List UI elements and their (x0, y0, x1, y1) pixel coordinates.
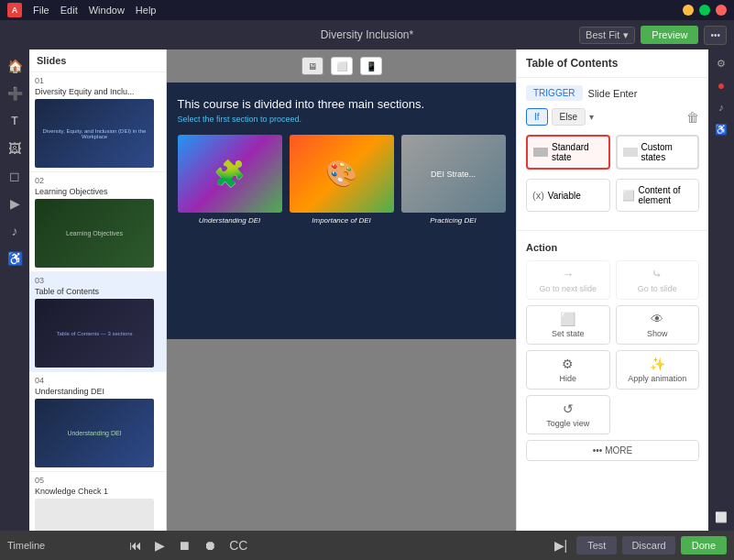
section-item-3[interactable]: DEI Strate... Practicing DEI (401, 135, 506, 225)
slide-thumb-content-5: Knowledge Check 1 (35, 499, 154, 531)
standard-state-icon (533, 148, 548, 157)
variable-card[interactable]: (x) Variable (526, 179, 610, 212)
view-controls: 🖥 ⬜ 📱 (294, 49, 389, 82)
content-element-label: Content of element (639, 185, 694, 205)
window-controls (683, 5, 727, 16)
far-right-resize-btn[interactable]: ⬜ (711, 507, 731, 527)
test-button[interactable]: Test (576, 536, 617, 555)
trigger-badge: TRIGGER (526, 85, 583, 101)
toggle-view-btn[interactable]: ↺ Toggle view (526, 395, 610, 434)
section-label-2: Importance of DEI (312, 216, 370, 225)
text-icon-btn[interactable]: T (2, 108, 27, 134)
section-item-1[interactable]: 🧩 Understanding DEI (178, 135, 282, 225)
slide-title-4: Understanding DEI (35, 387, 160, 396)
timeline-caption-btn[interactable]: CC (225, 536, 251, 555)
slide-title-2: Learning Objectives (35, 187, 160, 196)
tablet-view-btn[interactable]: ⬜ (331, 57, 353, 75)
standard-state-card[interactable]: Standard state (526, 135, 610, 170)
timeline-skip-back-btn[interactable]: ⏮ (126, 536, 146, 555)
menu-window[interactable]: Window (89, 5, 125, 16)
set-state-btn[interactable]: ⬜ Set state (526, 305, 610, 345)
custom-states-card[interactable]: Custom states (616, 135, 700, 170)
far-right-accessibility-btn[interactable]: ♿ (711, 119, 731, 139)
timeline-play-btn[interactable]: ▶ (151, 536, 169, 555)
go-to-slide-btn[interactable]: ⤷ Go to slide (616, 260, 700, 300)
slide-thumb-content-1: Diversity, Equity, and Inclusion (DEI) i… (35, 99, 154, 168)
show-label: Show (647, 329, 668, 338)
content-element-card[interactable]: ⬜ Content of element (616, 179, 700, 212)
slide-item-5[interactable]: 05 Knowledge Check 1 Knowledge Check 1 (29, 472, 166, 531)
filter-dropdown-arrow[interactable]: ▾ (589, 112, 594, 122)
mobile-view-btn[interactable]: 📱 (360, 57, 382, 75)
go-to-icon: ⤷ (652, 267, 663, 281)
slide-title-5: Knowledge Check 1 (35, 487, 160, 496)
hide-btn[interactable]: ⚙ Hide (526, 350, 610, 390)
slide-item-2[interactable]: 02 Learning Objectives Learning Objectiv… (29, 172, 166, 272)
done-button[interactable]: Done (681, 536, 727, 555)
close-button[interactable] (716, 5, 727, 16)
section-label-3: Practicing DEI (430, 216, 477, 225)
slides-panel: Slides 01 Diversity Equity and Inclu... … (29, 49, 167, 531)
panel-trigger-section: TRIGGER Slide Enter If Else ▾ 🗑 Standard… (517, 78, 708, 226)
apply-animation-btn[interactable]: ✨ Apply animation (616, 350, 700, 390)
slide-thumb-5: Knowledge Check 1 (35, 499, 154, 531)
slide-subtitle-text: Select the first section to proceed. (178, 115, 506, 124)
timeline-record-btn[interactable]: ⏺ (200, 536, 220, 555)
filter-if-btn[interactable]: If (526, 108, 548, 126)
fit-dropdown[interactable]: Best Fit ▾ (579, 27, 635, 44)
filter-else-btn[interactable]: Else (552, 108, 586, 126)
show-btn[interactable]: 👁 Show (616, 305, 700, 345)
go-next-label: Go to next slide (539, 284, 597, 293)
timeline-bar: Timeline ⏮ ▶ ⏹ ⏺ CC ▶| Test Discard Done (0, 531, 734, 560)
animation-icon-btn[interactable]: ▶ (2, 191, 27, 216)
go-next-icon: → (562, 267, 575, 281)
desktop-view-btn[interactable]: 🖥 (301, 57, 323, 75)
slide-images-row: 🧩 Understanding DEI 🎨 Importance of DEI … (178, 135, 506, 225)
go-next-slide-btn[interactable]: → Go to next slide (526, 260, 610, 300)
far-right-bar: ⚙ ● ♪ ♿ ⬜ (708, 49, 734, 531)
shape-icon-btn[interactable]: ◻ (2, 163, 27, 189)
toggle-label: Toggle view (546, 419, 589, 428)
section-item-2[interactable]: 🎨 Importance of DEI (290, 135, 394, 225)
home-icon-btn[interactable]: 🏠 (2, 53, 27, 79)
slide-wrapper: ‹ This course is divided into three main… (167, 82, 516, 339)
slide-thumb-4: Understanding DEI (35, 399, 154, 467)
action-section-label: Action (526, 242, 699, 253)
menu-edit[interactable]: Edit (60, 5, 78, 16)
image-icon-btn[interactable]: 🖼 (2, 136, 27, 161)
app-icon: A (7, 3, 22, 17)
far-right-record-btn[interactable]: ● (711, 75, 731, 95)
minimize-button[interactable] (683, 5, 694, 16)
delete-trigger-btn[interactable]: 🗑 (686, 110, 699, 125)
slide-num-2: 02 (35, 176, 160, 185)
timeline-seek-btn[interactable]: ▶| (551, 536, 572, 555)
add-icon-btn[interactable]: ➕ (2, 81, 27, 106)
fit-label: Best Fit (586, 29, 619, 40)
set-state-icon: ⬜ (560, 312, 575, 326)
slide-item-4[interactable]: 04 Understanding DEI Understanding DEI (29, 372, 166, 472)
accessibility-icon-btn[interactable]: ♿ (2, 246, 27, 271)
title-bar: Diversity Inclusion* Best Fit ▾ Preview … (0, 20, 734, 49)
canvas-area: 🖥 ⬜ 📱 ‹ This course is divided into thre… (167, 49, 516, 531)
slide-item-1[interactable]: 01 Diversity Equity and Inclu... Diversi… (29, 72, 166, 172)
audio-icon-btn[interactable]: ♪ (2, 218, 27, 244)
slide-item-3[interactable]: 03 Table of Contents Table of Contents —… (29, 272, 166, 372)
custom-states-label: Custom states (641, 142, 693, 162)
hide-label: Hide (559, 374, 576, 383)
slide-num-1: 01 (35, 76, 160, 85)
more-options-button[interactable]: ••• (704, 26, 727, 45)
far-right-settings-btn[interactable]: ⚙ (711, 53, 731, 73)
filter-row: If Else ▾ 🗑 (526, 108, 699, 126)
timeline-stop-btn[interactable]: ⏹ (174, 536, 194, 555)
actions-grid: → Go to next slide ⤷ Go to slide ⬜ Set s… (526, 260, 699, 434)
section-image-2: 🎨 (290, 135, 394, 213)
discard-button[interactable]: Discard (622, 536, 674, 555)
menu-help[interactable]: Help (136, 5, 157, 16)
more-actions-button[interactable]: ••• MORE (526, 440, 699, 461)
animation-label: Apply animation (628, 374, 686, 383)
main-layout: 🏠 ➕ T 🖼 ◻ ▶ ♪ ♿ Slides 01 Diversity Equi… (0, 49, 734, 531)
maximize-button[interactable] (699, 5, 710, 16)
preview-button[interactable]: Preview (641, 26, 698, 44)
far-right-audio-btn[interactable]: ♪ (711, 97, 731, 117)
menu-file[interactable]: File (33, 5, 49, 16)
